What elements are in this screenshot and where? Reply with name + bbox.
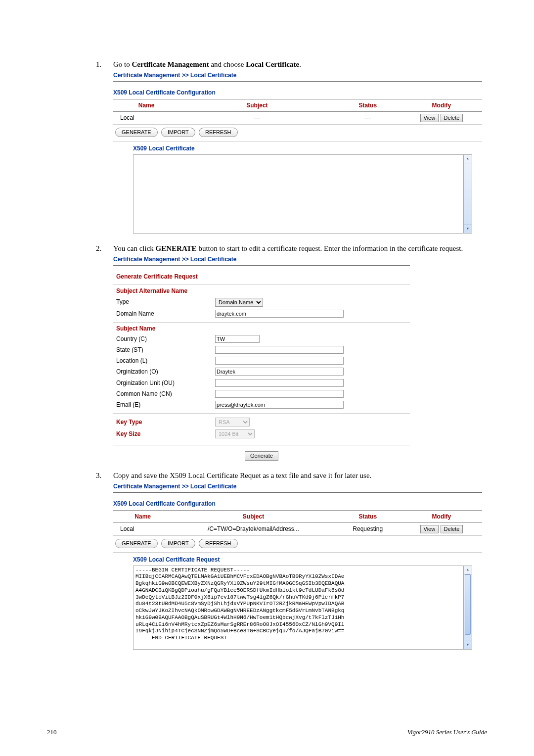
step1-bold2: Local Certificate (246, 60, 299, 68)
state-input[interactable] (215, 346, 344, 354)
san-header: Subject Alternative Name (113, 284, 410, 296)
state-label: State (ST) (116, 346, 215, 354)
key-type-select: RSA (215, 418, 250, 426)
refresh-button[interactable]: REFRESH (199, 128, 238, 137)
domain-name-label: Domain Name (116, 310, 215, 318)
import-button[interactable]: IMPORT (161, 539, 195, 548)
type-label: Type (116, 298, 215, 306)
import-button[interactable]: IMPORT (161, 128, 195, 137)
cell-status: --- (335, 111, 401, 124)
th-status: Status (335, 510, 401, 522)
cell-subject: --- (179, 111, 334, 124)
step3-text: Copy and save the X509 Local Certificate… (113, 472, 371, 479)
org-unit-input[interactable] (215, 379, 344, 387)
common-name-label: Common Name (CN) (116, 390, 215, 398)
th-name: Name (113, 99, 179, 111)
step1-prefix: Go to (113, 60, 132, 68)
cert-textarea-empty[interactable]: ▴ ▾ (133, 154, 472, 234)
step1-suffix: . (299, 60, 301, 68)
breadcrumb: Certificate Management >> Local Certific… (113, 482, 482, 490)
domain-name-input[interactable] (215, 310, 344, 318)
th-modify: Modify (401, 99, 482, 111)
cell-subject: /C=TW/O=Draytek/emailAddress... (172, 522, 334, 535)
page-number: 210 (47, 728, 57, 736)
th-name: Name (113, 510, 172, 522)
step1-bold1: Certificate Management (132, 60, 209, 68)
scrollbar[interactable]: ▴ ▾ (463, 155, 472, 233)
generate-submit-button[interactable]: Generate (245, 451, 278, 461)
form-title: Generate Certificate Request (113, 270, 410, 282)
subject-name-header: Subject Name (113, 322, 410, 333)
view-button[interactable]: View (420, 114, 439, 122)
scroll-thumb[interactable] (465, 574, 471, 635)
panel3-subtitle: X509 Local Certificate Request (133, 556, 482, 564)
step1-mid: and choose (209, 60, 246, 68)
scroll-down-icon[interactable]: ▾ (464, 225, 472, 233)
email-label: Email (E) (116, 401, 215, 409)
cell-name: Local (113, 111, 179, 124)
panel1-title: X509 Local Certificate Configuration (113, 89, 482, 96)
delete-button[interactable]: Delete (441, 114, 463, 122)
guide-title: Vigor2910 Series User's Guide (407, 728, 487, 736)
step2-suffix: button to start to edit a certificate re… (197, 244, 463, 252)
step2-prefix: You can click (113, 244, 156, 252)
breadcrumb: Certificate Management >> Local Certific… (113, 255, 482, 263)
scroll-up-icon[interactable]: ▴ (464, 155, 472, 163)
email-input[interactable] (215, 401, 344, 409)
delete-button[interactable]: Delete (441, 525, 463, 533)
key-size-select: 1024 Bit (215, 429, 255, 438)
location-input[interactable] (215, 357, 344, 365)
panel1-subtitle: X509 Local Certificate (133, 144, 482, 152)
generate-button[interactable]: GENERATE (115, 539, 158, 548)
scrollbar[interactable]: ▴ ▾ (463, 566, 472, 649)
scroll-down-icon[interactable]: ▾ (464, 641, 472, 649)
key-size-label: Key Size (116, 430, 215, 438)
generate-button[interactable]: GENERATE (115, 128, 158, 137)
common-name-input[interactable] (215, 390, 344, 398)
th-modify: Modify (401, 510, 482, 522)
csr-content: -----BEGIN CERTIFICATE REQUEST----- MIIB… (134, 566, 472, 643)
csr-textarea[interactable]: -----BEGIN CERTIFICATE REQUEST----- MIIB… (133, 566, 472, 650)
cell-name: Local (113, 522, 172, 535)
type-select[interactable]: Domain Name (215, 298, 263, 307)
th-status: Status (335, 99, 401, 111)
country-input[interactable] (215, 335, 260, 343)
org-input[interactable] (215, 368, 344, 376)
th-subject: Subject (172, 510, 334, 522)
country-label: Country (C) (116, 335, 215, 343)
cell-status: Requesting (335, 522, 401, 535)
org-label: Orginization (O) (116, 368, 215, 376)
step2-bold: GENERATE (156, 244, 197, 252)
refresh-button[interactable]: REFRESH (199, 539, 238, 548)
location-label: Location (L) (116, 357, 215, 365)
scroll-up-icon[interactable]: ▴ (464, 566, 472, 574)
view-button[interactable]: View (420, 525, 439, 533)
th-subject: Subject (179, 99, 334, 111)
key-type-label: Key Type (116, 418, 215, 426)
panel3-title: X509 Local Certificate Configuration (113, 500, 482, 508)
breadcrumb: Certificate Management >> Local Certific… (113, 71, 482, 79)
org-unit-label: Orginization Unit (OU) (116, 379, 215, 387)
